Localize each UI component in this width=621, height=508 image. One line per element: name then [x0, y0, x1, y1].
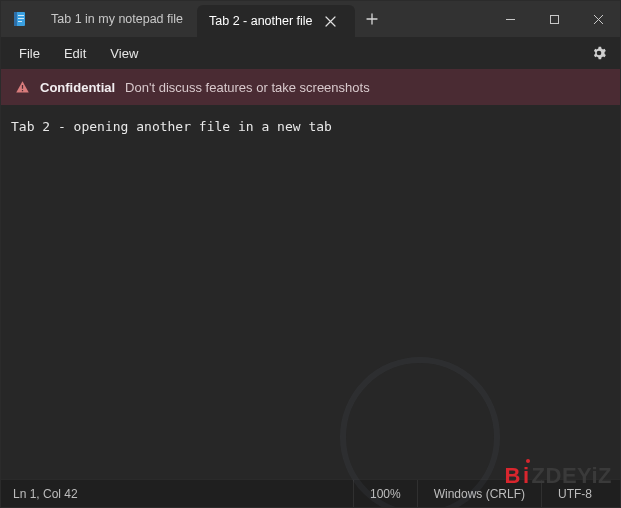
maximize-button[interactable]: [532, 1, 576, 37]
tab-item-2-active[interactable]: Tab 2 - another file: [197, 5, 355, 37]
gear-icon: [591, 45, 607, 61]
close-window-button[interactable]: [576, 1, 620, 37]
plus-icon: [366, 13, 378, 25]
tab-label: Tab 2 - another file: [209, 14, 313, 28]
svg-rect-6: [22, 85, 23, 89]
minimize-icon: [505, 14, 516, 25]
banner-message: Don't discuss features or take screensho…: [125, 80, 370, 95]
minimize-button[interactable]: [488, 1, 532, 37]
banner-caption: Confidential: [40, 80, 115, 95]
menu-edit[interactable]: Edit: [52, 42, 98, 65]
menu-file[interactable]: File: [7, 42, 52, 65]
tab-item-1[interactable]: Tab 1 in my notepad file: [39, 1, 197, 37]
tab-label: Tab 1 in my notepad file: [51, 12, 183, 26]
svg-rect-1: [14, 12, 17, 26]
status-encoding[interactable]: UTF-8: [541, 480, 608, 507]
svg-rect-5: [550, 15, 558, 23]
close-icon: [325, 16, 336, 27]
settings-button[interactable]: [584, 39, 614, 67]
svg-rect-2: [18, 15, 24, 16]
svg-rect-7: [22, 90, 23, 91]
app-notepad-icon: [1, 1, 39, 37]
title-bar: Tab 1 in my notepad file Tab 2 - another…: [1, 1, 620, 37]
new-tab-button[interactable]: [355, 1, 389, 37]
close-icon: [593, 14, 604, 25]
svg-rect-4: [18, 21, 22, 22]
svg-rect-3: [18, 18, 24, 19]
titlebar-drag-area[interactable]: [389, 1, 488, 37]
maximize-icon: [549, 14, 560, 25]
menu-view[interactable]: View: [98, 42, 150, 65]
warning-icon: [15, 80, 30, 95]
tab-strip: Tab 1 in my notepad file Tab 2 - another…: [39, 1, 355, 37]
watermark-circle: [340, 357, 500, 508]
window-controls: [488, 1, 620, 37]
status-position[interactable]: Ln 1, Col 42: [13, 487, 353, 501]
close-tab-button[interactable]: [321, 11, 341, 31]
status-bar: Ln 1, Col 42 100% Windows (CRLF) UTF-8: [1, 479, 620, 507]
menu-bar: File Edit View: [1, 37, 620, 69]
text-editor[interactable]: Tab 2 - opening another file in a new ta…: [1, 105, 620, 479]
confidential-banner: Confidential Don't discuss features or t…: [1, 69, 620, 105]
